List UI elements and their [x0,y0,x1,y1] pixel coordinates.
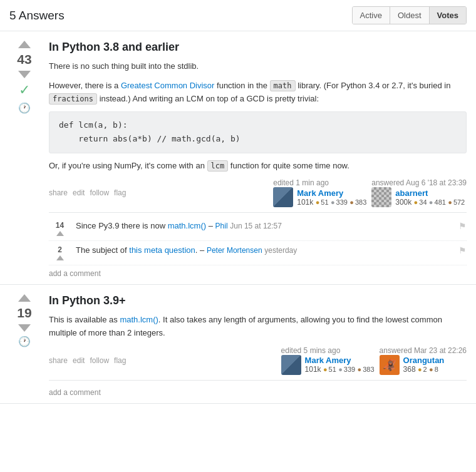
comment-author-1-2: Peter Mortensen [207,246,262,255]
answered-username-1[interactable]: abarnert [395,188,465,198]
answer-body-1: In Python 3.8 and earlier There is no su… [49,41,467,278]
answered-avatar-2: 🦧 [380,355,400,375]
badge-silver-1e: 339 [331,198,348,206]
answers-header: 5 Answers Active Oldest Votes [0,0,476,31]
answered-rep-1: 300k 34 481 572 [395,198,465,207]
comment-text-1-2: The subject of this meta question. – Pet… [76,244,456,257]
follow-link-2[interactable]: follow [90,356,109,365]
answer-1: 43 ✓ 🕐 In Python 3.8 and earlier There i… [0,31,476,285]
answer-para-1a: There is no such thing built into the st… [49,60,467,73]
comment-text-1-1: Since Py3.9 there is now math.lcm() – Ph… [76,220,456,232]
math-lcm-link-2[interactable]: math.lcm() [120,315,158,324]
sort-tabs: Active Oldest Votes [352,6,467,24]
badge-silver-1a: 481 [429,198,446,206]
badge-silver-2e: 339 [338,366,355,373]
comment-date-1-2: yesterday [264,246,297,255]
answered-username-2[interactable]: Orangutan [403,356,445,365]
lcm-code: lcm [207,160,229,172]
fractions-code: fractions [49,93,97,105]
answers-title: 5 Answers [9,9,65,23]
answer-heading-2: In Python 3.9+ [49,294,467,307]
badge-bronze-2e: 383 [358,366,375,373]
edited-username-1[interactable]: Mark Amery [297,188,366,198]
comment-author-1-1: Phil [215,222,228,230]
answer-para-2a: This is available as math.lcm(). It also… [49,314,467,340]
answer-para-1c: Or, if you're using NumPy, it's come wit… [49,160,467,173]
comment-vote-1-2: 2 [49,244,71,262]
comment-date-1-1: Jun 15 at 12:57 [230,222,282,230]
flag-link-1[interactable]: flag [114,188,126,197]
share-link-2[interactable]: share [49,356,68,365]
code-block-1: def lcm(a, b): return abs(a*b) // math.g… [49,111,467,153]
edited-rep-2: 101k 51 339 383 [305,365,375,374]
answered-avatar-1 [371,187,391,207]
share-link-1[interactable]: share [49,188,68,197]
upvote-button-2[interactable] [18,294,31,302]
answered-rep-2: 368 2 8 [403,365,445,374]
answered-meta-2: answered Mar 23 at 22:26 🦧 Orangutan 368… [380,346,467,375]
vote-count-1: 43 [17,52,31,67]
edit-link-2[interactable]: edit [73,356,85,365]
edited-rep-1: 101k 51 339 383 [297,198,366,207]
flag-link-2[interactable]: flag [114,356,126,365]
answer-body-2: In Python 3.9+ This is available as math… [49,294,467,397]
badge-bronze-2a: 8 [429,366,438,373]
edited-label-2: edited 5 mins ago [281,346,341,355]
answer-actions-1: share edit follow flag edited 1 min ago … [49,178,467,207]
edited-avatar-1 [273,187,293,207]
answered-meta-1: answered Aug 6 '18 at 23:39 abarnert 300… [371,178,467,207]
comments-section-2: add a comment [49,380,467,397]
follow-link-1[interactable]: follow [90,188,109,197]
comments-section-1: 14 Since Py3.9 there is now math.lcm() –… [49,212,467,278]
tab-oldest[interactable]: Oldest [390,7,430,24]
comment-1-1: 14 Since Py3.9 there is now math.lcm() –… [49,217,467,241]
edited-username-2[interactable]: Mark Amery [305,356,375,365]
answer-para-1b: However, there is a Greatest Common Divi… [49,80,467,106]
comment-vote-1-1: 14 [49,220,71,237]
vote-column-1: 43 ✓ 🕐 [9,41,39,278]
answered-label-1: answered Aug 6 '18 at 23:39 [371,178,467,187]
upvote-button-1[interactable] [18,41,31,48]
vote-count-2: 19 [17,305,31,321]
comment-score-1-2: 2 [58,244,62,255]
answer-2: 19 🕐 In Python 3.9+ This is available as… [0,285,476,404]
edited-avatar-2 [281,355,301,375]
comment-upvote-1-1[interactable] [56,231,64,236]
comment-score-1-1: 14 [56,220,64,231]
edited-label-1: edited 1 min ago [273,178,329,187]
downvote-button-1[interactable] [18,71,31,78]
comment-flag-1-2[interactable]: ⚑ [458,244,467,257]
edited-user-1: Mark Amery 101k 51 339 383 [273,187,366,207]
add-comment-2[interactable]: add a comment [49,388,101,397]
answer-heading-1: In Python 3.8 and earlier [49,41,467,54]
math-lcm-link-1[interactable]: math.lcm() [168,221,206,230]
math-code: math [270,80,296,91]
answered-user-2: 🦧 Orangutan 368 2 8 [380,355,467,375]
answered-user-1: abarnert 300k 34 481 572 [371,187,467,207]
edited-meta-2: edited 5 mins ago Mark Amery 101k 51 339… [281,346,375,375]
badge-gold-2a: 2 [418,366,427,373]
answer-actions-2: share edit follow flag edited 5 mins ago… [49,346,467,375]
comment-flag-1-1[interactable]: ⚑ [458,220,467,233]
badge-bronze-1a: 572 [448,198,465,206]
badge-gold-1a: 34 [414,198,427,206]
badge-gold-2e: 51 [323,366,336,373]
answered-label-2: answered Mar 23 at 22:26 [380,346,467,355]
comment-1-2: 2 The subject of this meta question. – P… [49,241,467,265]
badge-bronze-1e: 383 [349,198,366,206]
vote-history-2[interactable]: 🕐 [18,336,31,347]
meta-question-link[interactable]: this meta question [129,245,195,255]
badge-gold-1e: 51 [316,198,329,206]
edited-user-2: Mark Amery 101k 51 339 383 [281,355,375,375]
vote-column-2: 19 🕐 [9,294,39,397]
edited-meta-1: edited 1 min ago Mark Amery 101k 51 339 … [273,178,366,207]
tab-active[interactable]: Active [353,7,390,24]
vote-history-1[interactable]: 🕐 [18,102,31,114]
gcd-link[interactable]: Greatest Common Divisor [121,81,215,90]
downvote-button-2[interactable] [18,324,31,332]
accepted-check-1: ✓ [19,82,30,98]
add-comment-1[interactable]: add a comment [49,269,101,278]
comment-upvote-1-2[interactable] [56,255,64,260]
edit-link-1[interactable]: edit [73,188,85,197]
tab-votes[interactable]: Votes [430,7,466,24]
